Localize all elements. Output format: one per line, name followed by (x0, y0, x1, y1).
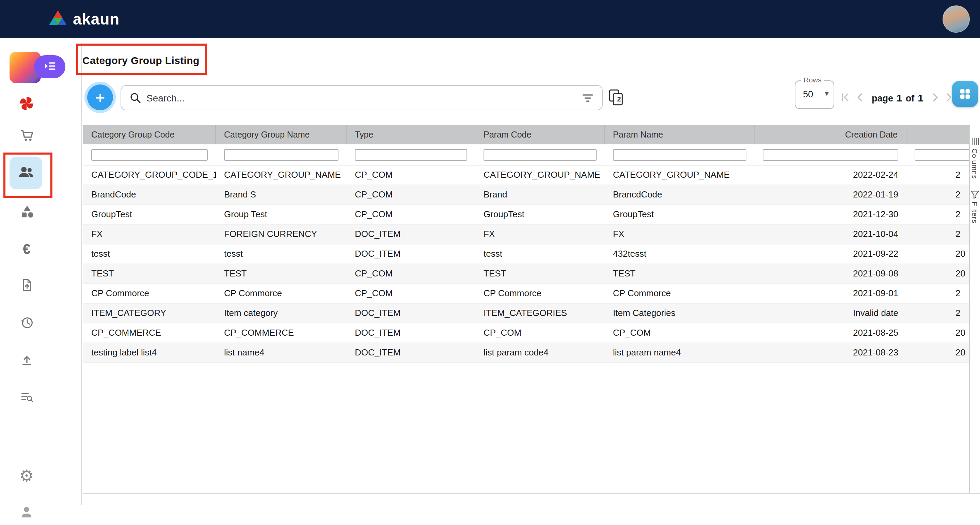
cell: GroupTest (83, 205, 216, 224)
cell: Brand (476, 185, 605, 204)
cell: 2021-12-30 (754, 205, 907, 224)
first-page-button[interactable] (839, 91, 851, 103)
cell: CATEGORY_GROUP_CODE_1 (83, 165, 216, 185)
cell: GroupTest (476, 205, 605, 224)
cell: CATEGORY_GROUP_NAME (605, 165, 754, 185)
cell: BrandCode (83, 185, 216, 204)
cell: testing label list4 (83, 343, 216, 362)
grid-icon (959, 88, 971, 100)
column-header[interactable] (907, 125, 969, 144)
column-header[interactable]: Param Code (476, 125, 605, 144)
content-left-border (81, 43, 82, 505)
table-filter-row (83, 144, 969, 165)
table-row[interactable]: GroupTestGroup TestCP_COMGroupTestGroupT… (83, 205, 969, 225)
column-filter-input[interactable] (224, 150, 339, 161)
column-filter-input[interactable] (763, 150, 898, 161)
table-body: CATEGORY_GROUP_CODE_1CATEGORY_GROUP_NAME… (83, 165, 969, 363)
cell: list param name4 (605, 343, 754, 362)
table-row[interactable]: CATEGORY_GROUP_CODE_1CATEGORY_GROUP_NAME… (83, 165, 969, 185)
cell: TEST (83, 264, 216, 283)
table-row[interactable]: CP CommorceCP CommorceCP_COMCP CommorceC… (83, 284, 969, 304)
column-filter-input[interactable] (915, 150, 969, 161)
table-side-panel: Columns Filters (969, 125, 980, 493)
cell: 2021-08-23 (754, 343, 907, 362)
table-row[interactable]: tessttesstDOC_ITEMtesst432tesst2021-09-2… (83, 245, 969, 264)
table-row[interactable]: BrandCodeBrand SCP_COMBrandBrancdCode202… (83, 185, 969, 205)
column-header[interactable]: Creation Date (754, 125, 907, 144)
cell: FX (83, 225, 216, 244)
cell: 432tesst (605, 245, 754, 264)
columns-panel-toggle[interactable]: Columns (971, 138, 979, 179)
table-row[interactable]: CP_COMMERCECP_COMMERCEDOC_ITEMCP_COMCP_C… (83, 323, 969, 343)
user-avatar[interactable] (943, 5, 970, 33)
sidebar-item-history[interactable] (17, 314, 36, 333)
column-filter-input[interactable] (355, 150, 467, 161)
cell: FX (476, 225, 605, 244)
filter-list-icon[interactable] (582, 92, 594, 104)
rows-value: 50 (803, 89, 813, 99)
cell: 20 (907, 343, 969, 362)
table-row[interactable]: FXFOREIGN CURRENCYDOC_ITEMFXFX2021-10-04… (83, 225, 969, 245)
cell: CATEGORY_GROUP_NAME (216, 165, 347, 185)
column-header[interactable]: Type (347, 125, 476, 144)
cell: CP Commorce (476, 284, 605, 303)
sidebar-item-list-search[interactable] (17, 389, 36, 408)
sidebar-item-currency[interactable]: € (17, 239, 36, 258)
sidebar-item-upload[interactable] (17, 352, 36, 371)
previous-page-button[interactable] (854, 91, 866, 103)
grid-view-button[interactable] (952, 81, 978, 107)
cell: CP Commorce (83, 284, 216, 303)
columns-panel-label: Columns (971, 148, 979, 179)
next-page-button[interactable] (929, 91, 941, 103)
sidebar-item-file-upload[interactable] (17, 277, 36, 296)
filters-panel-toggle[interactable]: Filters (970, 190, 979, 223)
filter-cell (347, 148, 476, 161)
filter-cell (605, 148, 754, 161)
search-box (121, 85, 603, 110)
sidebar-item-contacts-active[interactable] (10, 157, 42, 189)
cell: 2021-08-25 (754, 323, 907, 342)
sidebar-item-categories[interactable] (17, 203, 36, 222)
copy-pages-button[interactable]: 2 (608, 89, 625, 106)
cell: 2 (907, 304, 969, 323)
cell: 2021-09-22 (754, 245, 907, 264)
cell: 2 (907, 185, 969, 204)
cell: 20 (907, 245, 969, 264)
search-icon (129, 92, 141, 103)
cell: DOC_ITEM (347, 225, 476, 244)
table-row[interactable]: testing label list4list name4DOC_ITEMlis… (83, 343, 969, 363)
total-pages-number: 1 (918, 92, 923, 103)
data-table: Category Group CodeCategory Group NameTy… (83, 125, 980, 494)
table-row[interactable]: TESTTESTCP_COMTESTTEST2021-09-0820 (83, 264, 969, 284)
cell: CP_COM (347, 264, 476, 283)
sidebar-item-cart[interactable] (17, 127, 36, 146)
page-word: page (872, 93, 893, 103)
cell: 2022-02-24 (754, 165, 907, 185)
sidebar-item-settings[interactable]: ⚙ (17, 466, 36, 485)
cell: tesst (83, 245, 216, 264)
category-shapes-icon (19, 204, 34, 221)
cell: Item Categories (605, 304, 754, 323)
contacts-icon (18, 164, 34, 183)
table-header-row: Category Group CodeCategory Group NameTy… (83, 125, 969, 144)
rows-per-page-select[interactable]: Rows 50 ▾ (795, 80, 834, 109)
cell: ITEM_CATEGORY (83, 304, 216, 323)
column-header[interactable]: Category Group Name (216, 125, 347, 144)
column-header[interactable]: Param Name (605, 125, 754, 144)
add-button[interactable]: + (87, 84, 113, 110)
column-filter-input[interactable] (484, 150, 597, 161)
cell: CP Commorce (216, 284, 347, 303)
table-row[interactable]: ITEM_CATEGORYItem categoryDOC_ITEMITEM_C… (83, 304, 969, 323)
sidebar-expand-button[interactable] (34, 55, 65, 78)
column-filter-input[interactable] (91, 150, 208, 161)
brand[interactable]: akaun (49, 10, 119, 29)
cell: DOC_ITEM (347, 245, 476, 264)
cell: 2021-09-08 (754, 264, 907, 283)
search-input[interactable] (145, 92, 582, 104)
history-icon (19, 315, 34, 332)
column-header[interactable]: Category Group Code (83, 125, 216, 144)
sidebar-item-profile[interactable] (17, 504, 36, 523)
sidebar-item-pdf[interactable] (17, 95, 36, 115)
brand-name: akaun (73, 10, 119, 28)
column-filter-input[interactable] (613, 150, 746, 161)
